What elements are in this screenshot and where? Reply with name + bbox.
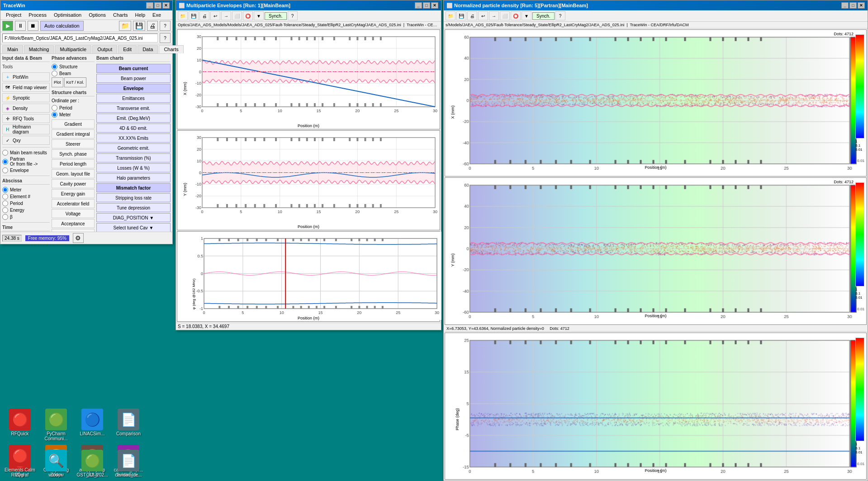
tracewin-title-bar[interactable]: TraceWin _ □ ✕ bbox=[0, 0, 172, 10]
tab-edit[interactable]: Edit bbox=[118, 45, 137, 53]
desktop-icon-elements[interactable]: 🔴 Elements Calm 20... bbox=[4, 445, 36, 477]
toolbar-icon3[interactable]: 🖨 bbox=[147, 21, 158, 31]
tab-main[interactable]: Main bbox=[2, 45, 23, 53]
desktop-icon-pycharm[interactable]: 🟢 PyCharm Communi... bbox=[40, 409, 72, 441]
energy-radio[interactable]: Energy bbox=[2, 207, 50, 213]
steerer-btn[interactable]: Steerer bbox=[52, 139, 95, 148]
gradient-btn[interactable]: Gradient bbox=[52, 119, 95, 129]
auto-calc-btn[interactable]: Auto calculation bbox=[40, 21, 84, 31]
close-btn[interactable]: ✕ bbox=[162, 2, 170, 9]
menu-optimisation[interactable]: Optimisation bbox=[50, 11, 85, 19]
desktop-icon-rfquick[interactable]: 🔴 RFQuick bbox=[4, 409, 36, 441]
halo-params-btn[interactable]: Halo parameters bbox=[96, 173, 171, 182]
accel-field-btn[interactable]: Accelerator field bbox=[52, 199, 95, 208]
element-radio[interactable]: Element # bbox=[2, 194, 50, 200]
plotwin-btn[interactable]: + PlotWin bbox=[2, 72, 50, 81]
period-ordinate-radio[interactable]: Period bbox=[52, 105, 95, 111]
density-print-btn[interactable]: 🖨 bbox=[467, 11, 477, 20]
file-path-input[interactable] bbox=[2, 33, 158, 43]
geom-layout-btn[interactable]: Geom. layout file bbox=[52, 169, 95, 178]
transverse-emit-btn[interactable]: Transverse emit. bbox=[96, 104, 171, 113]
beam-current-btn[interactable]: Beam current bbox=[96, 64, 171, 73]
toolbar-icon4[interactable]: ? bbox=[160, 21, 171, 31]
charts-rect-btn[interactable]: ⬜ bbox=[232, 11, 242, 20]
charts-dropdown-btn[interactable]: ▼ bbox=[254, 11, 264, 20]
charts-open-btn[interactable]: 📁 bbox=[178, 11, 188, 20]
charts-title-bar[interactable]: ⬜ Multiparticle Envelopes [Run: 1][MainB… bbox=[176, 0, 441, 10]
toolbar-icon2[interactable]: 💾 bbox=[133, 21, 145, 31]
acceptance-btn[interactable]: Acceptance bbox=[52, 219, 95, 228]
charts-close-btn[interactable]: ✕ bbox=[431, 2, 438, 9]
envelope-radio[interactable]: Envelope bbox=[2, 167, 50, 173]
transmission-btn[interactable]: Transmission (%) bbox=[96, 153, 171, 162]
density-close-btn[interactable]: ✕ bbox=[858, 2, 865, 9]
density-forward-btn[interactable]: → bbox=[489, 11, 499, 20]
stop-btn[interactable]: ⏹ bbox=[28, 21, 38, 31]
density-open-btn[interactable]: 📁 bbox=[446, 11, 455, 20]
menu-process[interactable]: Process bbox=[25, 11, 50, 19]
menu-project[interactable]: Project bbox=[2, 11, 25, 19]
tab-data[interactable]: Data bbox=[138, 45, 158, 53]
synch-phase-btn[interactable]: Synch. phase bbox=[52, 149, 95, 158]
rfqtools-btn[interactable]: ✛ RFQ Tools bbox=[2, 114, 50, 123]
desktop-icon-linac[interactable]: 🔵 LINACSim... bbox=[76, 409, 109, 441]
density-undo-btn[interactable]: ↩ bbox=[478, 11, 488, 20]
menu-help[interactable]: Help bbox=[131, 11, 149, 19]
qxy-btn[interactable]: ✓ Qxy bbox=[2, 136, 50, 145]
partran-radio[interactable]: PartranOr from file -> bbox=[2, 157, 50, 167]
density-synch-btn[interactable]: Synch. bbox=[532, 12, 555, 20]
select-tuned-cav-btn[interactable]: Select tuned Cav ▼ bbox=[96, 223, 171, 232]
emit-deg-mev-btn[interactable]: Emit. (Deg.MeV) bbox=[96, 114, 171, 123]
meter-ordinate-radio[interactable]: Meter bbox=[52, 112, 95, 118]
synoptic-btn[interactable]: ⚡ Synoptic bbox=[2, 93, 50, 102]
tab-output[interactable]: Output bbox=[92, 45, 117, 53]
charts-save-btn[interactable]: 💾 bbox=[189, 11, 199, 20]
stripping-loss-btn[interactable]: Stripping loss rate bbox=[96, 193, 171, 202]
file-browse-btn[interactable]: ? bbox=[160, 33, 171, 43]
charts-circle-btn[interactable]: ⭕ bbox=[243, 11, 253, 20]
density-save-btn[interactable]: 💾 bbox=[456, 11, 466, 20]
period-length-btn[interactable]: Period length bbox=[52, 159, 95, 168]
menu-charts[interactable]: Charts bbox=[109, 11, 131, 19]
maximize-btn[interactable]: □ bbox=[154, 2, 161, 9]
gradient-integral-btn[interactable]: Gradient integral bbox=[52, 129, 95, 138]
meter-radio[interactable]: Meter bbox=[2, 187, 50, 193]
losses-btn[interactable]: Losses (W & %) bbox=[96, 163, 171, 172]
charts-undo-btn[interactable]: ↩ bbox=[210, 11, 220, 20]
charts-maximize-btn[interactable]: □ bbox=[423, 2, 430, 9]
beta-radio[interactable]: β bbox=[2, 214, 50, 220]
tab-charts[interactable]: Charts bbox=[159, 45, 183, 53]
density-minimize-btn[interactable]: _ bbox=[841, 2, 849, 9]
geometric-emit-btn[interactable]: Geometric emit. bbox=[96, 143, 171, 152]
density-maximize-btn[interactable]: □ bbox=[849, 2, 857, 9]
charts-minimize-btn[interactable]: _ bbox=[415, 2, 422, 9]
emittances-btn[interactable]: Emittances bbox=[96, 94, 171, 103]
diag-position-btn[interactable]: DIAG_POSITION ▼ bbox=[96, 213, 171, 222]
beam-power-btn[interactable]: Beam power bbox=[96, 74, 171, 83]
hofmann-btn[interactable]: H Hofmann diagram bbox=[2, 124, 50, 134]
desktop-icon-comparison[interactable]: 📄 Comparison bbox=[112, 409, 145, 441]
density-title-bar[interactable]: ⬜ Normalized particle density [Run: 5][P… bbox=[444, 0, 868, 10]
fieldmap-btn[interactable]: 🗺 Field map viewer bbox=[2, 83, 50, 92]
charts-synch-btn[interactable]: Synch. bbox=[265, 12, 287, 20]
envelope-btn[interactable]: Envelope bbox=[96, 84, 171, 93]
toolbar-icon1[interactable]: 📁 bbox=[119, 21, 131, 31]
period-radio[interactable]: Period bbox=[2, 200, 50, 206]
plot-phase-btn[interactable]: Plot bbox=[52, 77, 63, 87]
mismatch-factor-btn[interactable]: Mismatch factor bbox=[96, 183, 171, 192]
tab-matching[interactable]: Matching bbox=[24, 45, 54, 53]
density-help-btn[interactable]: ? bbox=[555, 11, 565, 20]
tab-multiparticle[interactable]: Multiparticle bbox=[55, 45, 91, 53]
charts-forward-btn[interactable]: → bbox=[221, 11, 231, 20]
density-circle-btn[interactable]: ⭕ bbox=[511, 11, 521, 20]
status-icon[interactable]: ⚙ bbox=[73, 233, 84, 243]
tune-depression-btn[interactable]: Tune depression bbox=[96, 203, 171, 212]
4d-6d-emit-btn[interactable]: 4D & 6D emit. bbox=[96, 124, 171, 133]
beam-phase-radio[interactable]: Beam bbox=[52, 71, 95, 76]
density-btn[interactable]: ◈ Density bbox=[2, 104, 50, 113]
density-rect-btn[interactable]: ⬜ bbox=[500, 11, 510, 20]
pause-btn[interactable]: ⏸ bbox=[15, 21, 26, 31]
charts-help-btn[interactable]: ? bbox=[288, 11, 298, 20]
xx-emits-btn[interactable]: XX.XX% Emits bbox=[96, 133, 171, 143]
menu-options[interactable]: Options bbox=[85, 11, 109, 19]
